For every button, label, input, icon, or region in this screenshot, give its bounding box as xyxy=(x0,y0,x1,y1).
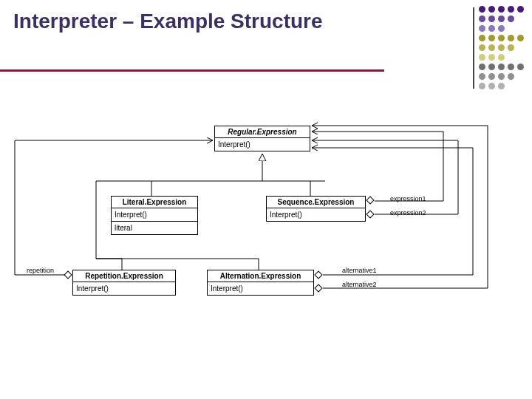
class-regular-title: Regular.Expression xyxy=(215,126,310,138)
class-repetition-expression: Repetition.Expression Interpret() xyxy=(72,270,176,296)
title-underline xyxy=(0,69,384,72)
class-sequence-title: Sequence.Expression xyxy=(267,197,365,208)
class-literal-expression: Literal.Expression Interpret() literal xyxy=(111,196,198,235)
decoration-separator xyxy=(473,7,474,89)
connectors xyxy=(0,118,532,355)
uml-diagram: Regular.Expression Interpret() Literal.E… xyxy=(0,118,532,355)
decoration-dots xyxy=(479,6,525,90)
class-alternation-method: Interpret() xyxy=(208,282,313,295)
label-repetition: repetition xyxy=(27,267,54,274)
page-title: Interpreter – Example Structure xyxy=(13,9,323,34)
diamond-icon xyxy=(314,284,322,292)
class-alternation-expression: Alternation.Expression Interpret() xyxy=(207,270,314,296)
diamond-icon xyxy=(366,196,374,204)
label-expression1: expression1 xyxy=(390,195,426,202)
label-expression2: expression2 xyxy=(390,209,426,216)
class-sequence-expression: Sequence.Expression Interpret() xyxy=(266,196,366,222)
class-repetition-title: Repetition.Expression xyxy=(73,270,175,282)
class-sequence-method: Interpret() xyxy=(267,208,365,221)
class-regular-method: Interpret() xyxy=(215,138,310,151)
class-literal-title: Literal.Expression xyxy=(112,197,197,208)
class-regular-expression: Regular.Expression Interpret() xyxy=(214,126,310,151)
class-literal-attr: literal xyxy=(112,222,197,234)
class-literal-method: Interpret() xyxy=(112,208,197,222)
class-alternation-title: Alternation.Expression xyxy=(208,270,313,282)
diamond-icon xyxy=(366,210,374,218)
label-alternative2: alternative2 xyxy=(342,281,377,288)
label-alternative1: alternative1 xyxy=(342,267,377,274)
diamond-icon xyxy=(64,270,72,279)
class-repetition-method: Interpret() xyxy=(73,282,175,295)
diamond-icon xyxy=(314,270,322,279)
